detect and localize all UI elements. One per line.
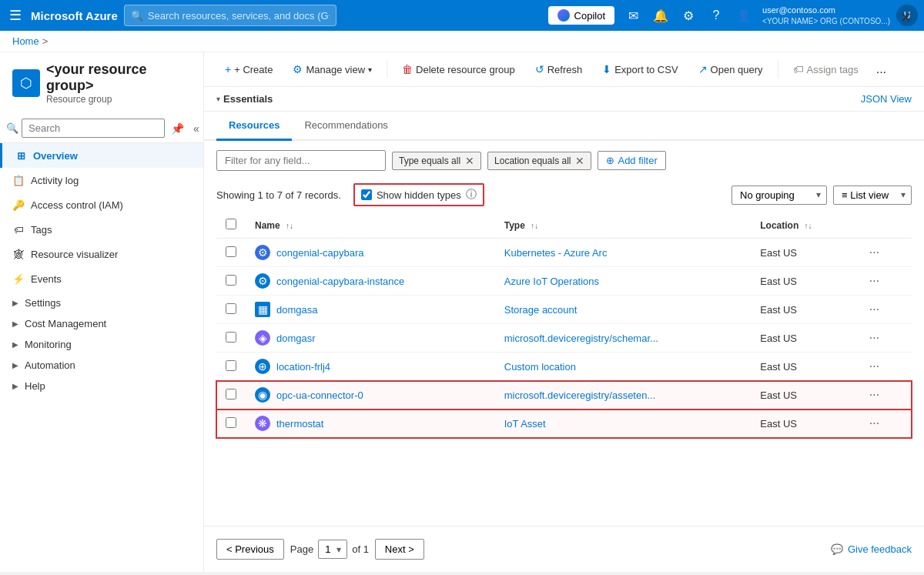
row-checkbox[interactable]	[226, 275, 236, 286]
feedback-icon: 💬	[831, 543, 843, 555]
open-query-button[interactable]: ↗ Open query	[690, 59, 772, 80]
sidebar-item-tags[interactable]: 🏷 Tags	[0, 217, 203, 242]
resource-location-text: East US	[760, 418, 797, 430]
resource-type-text: IoT Asset	[504, 418, 546, 430]
previous-page-button[interactable]: < Previous	[216, 539, 284, 560]
give-feedback-button[interactable]: 💬 Give feedback	[831, 543, 912, 555]
events-icon: ⚡	[12, 272, 25, 285]
resource-name-link[interactable]: domgasa	[276, 304, 317, 316]
sort-name-icon[interactable]: ↑↓	[286, 222, 293, 230]
table-header-row: Name ↑↓ Type ↑↓ Location ↑↓	[216, 212, 912, 239]
user-settings-icon[interactable]: 👤	[732, 3, 756, 28]
create-button[interactable]: + + Create	[216, 59, 281, 80]
column-header-name[interactable]: Name ↑↓	[246, 212, 495, 239]
tab-resources[interactable]: Resources	[216, 112, 292, 141]
sidebar-section-cost-management[interactable]: ▶ Cost Management	[0, 312, 203, 333]
delete-icon: 🗑	[402, 63, 413, 75]
manage-view-button[interactable]: ⚙ Manage view ▾	[284, 59, 380, 80]
row-more-icon[interactable]: ···	[865, 358, 884, 374]
location-filter-label: Location equals all	[494, 155, 571, 166]
hamburger-icon[interactable]: ☰	[6, 4, 25, 27]
tab-recommendations[interactable]: Recommendations	[292, 112, 400, 141]
row-more-icon[interactable]: ···	[865, 415, 884, 431]
row-more-icon[interactable]: ···	[865, 386, 884, 403]
sidebar-item-resource-visualizer[interactable]: 🕸 Resource visualizer	[0, 242, 203, 266]
help-icon[interactable]: ?	[704, 3, 728, 28]
page-number-select[interactable]: 1	[318, 540, 347, 559]
row-actions-cell: ···	[855, 267, 912, 296]
json-view-link[interactable]: JSON View	[861, 93, 912, 105]
sidebar-section-settings[interactable]: ▶ Settings	[0, 291, 203, 312]
chevron-right-icon: ▶	[12, 361, 18, 369]
global-search-box[interactable]: 🔍	[124, 5, 336, 26]
toolbar-more-icon[interactable]: ...	[870, 59, 892, 80]
sidebar-item-overview[interactable]: ⊞ Overview	[0, 143, 203, 168]
row-checkbox[interactable]	[226, 389, 236, 399]
row-more-icon[interactable]: ···	[865, 329, 884, 346]
resource-name-link[interactable]: opc-ua-connector-0	[276, 389, 363, 401]
grouping-select-wrapper: No grouping Resource type Location Tag	[732, 186, 827, 205]
assign-tags-label: Assign tags	[807, 64, 859, 75]
header-checkbox-cell	[216, 212, 246, 239]
copilot-button[interactable]: Copilot	[548, 6, 614, 25]
resource-info: <your resource group> Resource group	[46, 62, 191, 105]
name-column-label: Name	[255, 220, 280, 231]
export-csv-button[interactable]: ⬇ Export to CSV	[594, 59, 686, 80]
resource-location-text: East US	[760, 276, 797, 287]
field-filter-input[interactable]	[216, 150, 386, 171]
sidebar-section-help[interactable]: ▶ Help	[0, 374, 203, 395]
sidebar-section-monitoring[interactable]: ▶ Monitoring	[0, 333, 203, 353]
chevron-right-icon: ▶	[12, 319, 18, 328]
resource-name-link[interactable]: domgasr	[276, 333, 316, 344]
sidebar-section-automation[interactable]: ▶ Automation	[0, 353, 203, 374]
column-header-location[interactable]: Location ↑↓	[751, 212, 855, 239]
chevron-down-icon: ▾	[368, 65, 372, 74]
delete-button[interactable]: 🗑 Delete resource group	[393, 59, 524, 80]
resource-name-link[interactable]: congenial-capybara-instance	[276, 276, 404, 287]
sidebar-item-access-control[interactable]: 🔑 Access control (IAM)	[0, 192, 203, 217]
row-checkbox-cell	[216, 296, 246, 324]
row-checkbox[interactable]	[226, 246, 236, 257]
sidebar-item-activity-log[interactable]: 📋 Activity log	[0, 168, 203, 192]
resource-name-link[interactable]: congenial-capybara	[276, 247, 363, 259]
sidebar-search-icon: 🔍	[6, 122, 18, 134]
show-hidden-label: Show hidden types	[377, 189, 461, 201]
row-more-icon[interactable]: ···	[865, 244, 884, 260]
sidebar-item-events[interactable]: ⚡ Events	[0, 266, 203, 291]
list-view-dropdown[interactable]: ≡ List view Grid view	[833, 186, 912, 205]
show-hidden-types-checkbox[interactable]	[361, 189, 372, 200]
info-icon[interactable]: ⓘ	[466, 188, 477, 202]
grouping-dropdown[interactable]: No grouping Resource type Location Tag	[732, 186, 827, 205]
row-more-icon[interactable]: ···	[865, 272, 884, 289]
global-search-input[interactable]	[148, 10, 330, 22]
sort-type-icon[interactable]: ↑↓	[531, 222, 538, 230]
resource-name-link[interactable]: thermostat	[276, 418, 323, 430]
collapse-icon[interactable]: «	[190, 119, 203, 138]
essentials-chevron-icon[interactable]: ▾	[216, 95, 220, 103]
refresh-button[interactable]: ↺ Refresh	[527, 59, 591, 80]
row-checkbox[interactable]	[226, 360, 236, 371]
resource-name-link[interactable]: location-frlj4	[276, 361, 330, 373]
row-checkbox[interactable]	[226, 332, 236, 343]
add-filter-button[interactable]: ⊕ Add filter	[598, 151, 665, 170]
column-header-type[interactable]: Type ↑↓	[495, 212, 752, 239]
location-filter-close-icon[interactable]: ✕	[575, 155, 584, 167]
row-checkbox[interactable]	[226, 417, 236, 428]
breadcrumb-home[interactable]: Home	[12, 35, 39, 47]
bell-icon[interactable]: 🔔	[648, 3, 673, 28]
settings-icon[interactable]: ⚙	[676, 3, 701, 28]
row-checkbox[interactable]	[226, 303, 236, 314]
row-more-icon[interactable]: ···	[865, 301, 884, 317]
type-filter-close-icon[interactable]: ✕	[465, 155, 474, 167]
sort-location-icon[interactable]: ↑↓	[805, 222, 812, 230]
pin-icon[interactable]: 📌	[168, 119, 187, 138]
resources-filter-bar: Type equals all ✕ Location equals all ✕ …	[204, 141, 924, 180]
row-type-cell: microsoft.deviceregistry/asseten...	[495, 381, 752, 410]
assign-tags-button[interactable]: 🏷 Assign tags	[785, 59, 867, 80]
select-all-checkbox[interactable]	[226, 219, 236, 229]
mail-icon[interactable]: ✉	[621, 3, 645, 28]
sidebar-search-input[interactable]	[22, 119, 165, 138]
sidebar-search-area: 🔍 📌 «	[0, 114, 203, 143]
user-profile[interactable]: user@contoso.com <YOUR NAME> ORG (CONTOS…	[762, 5, 918, 26]
next-page-button[interactable]: Next >	[375, 539, 424, 560]
